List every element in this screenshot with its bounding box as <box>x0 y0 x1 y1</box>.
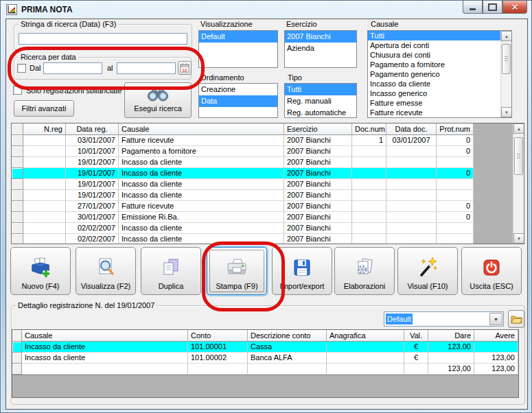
date-to-input[interactable] <box>117 62 176 74</box>
column-header[interactable]: Causale <box>119 123 284 135</box>
detail-view-select[interactable]: Default ▼ <box>384 311 504 327</box>
table-row[interactable]: 30/01/2007Emissione Ri.Ba.2007 Bianchi0 <box>12 212 474 223</box>
column-header[interactable]: Avere <box>474 330 518 342</box>
table-cell: 10/01/2007 <box>66 146 119 157</box>
list-item[interactable]: Azienda <box>285 43 356 54</box>
chevron-down-icon[interactable]: ▼ <box>489 313 502 325</box>
row-selector[interactable] <box>12 179 23 190</box>
list-item[interactable]: Fatture ricevute <box>368 108 500 117</box>
list-item[interactable]: Data <box>199 95 277 107</box>
minimize-button[interactable] <box>463 1 483 14</box>
elaborazioni-button[interactable]: Elaborazioni <box>334 247 395 295</box>
table-cell: Fatture ricevute <box>119 201 284 212</box>
list-item[interactable]: Chiusura dei conti <box>368 50 500 60</box>
tipo-listbox[interactable]: TuttiReg. manualiReg. automatiche <box>284 83 357 118</box>
uscita-esc-button[interactable]: Uscita (ESC) <box>461 247 522 295</box>
maximize-button[interactable] <box>483 1 502 14</box>
column-header[interactable]: Conto <box>188 330 248 342</box>
scroll-down-icon[interactable]: ▼ <box>501 107 512 117</box>
list-item[interactable]: Incasso da cliente <box>368 79 500 88</box>
row-selector[interactable] <box>12 157 23 168</box>
date-filter-checkbox[interactable] <box>17 64 26 73</box>
column-header[interactable]: Dare <box>428 330 474 342</box>
list-item[interactable]: Apertura dei conti <box>368 40 500 50</box>
nuovo-f4-button[interactable]: Nuovo (F4) <box>10 247 71 295</box>
ordinamento-listbox[interactable]: CreazioneData <box>198 83 278 118</box>
date-from-input[interactable] <box>43 62 102 74</box>
list-item[interactable]: Tutti <box>285 84 356 95</box>
search-string-input[interactable] <box>19 33 187 45</box>
records-grid-scrollbar[interactable]: ▲ ▼ <box>513 123 524 244</box>
table-row[interactable]: 19/01/2007Incasso da cliente2007 Bianchi <box>12 157 474 168</box>
table-cell: 2007 Bianchi <box>284 201 352 212</box>
table-row[interactable]: 03/01/2007Fatture ricevute2007 Bianchi10… <box>12 135 474 146</box>
advanced-filters-button[interactable]: Filtri avanzati <box>14 100 74 117</box>
column-header[interactable]: Descrizione conto <box>248 330 327 342</box>
scrollbar-thumb[interactable] <box>514 137 523 175</box>
table-row[interactable]: 02/02/2007Incasso da cliente2007 Bianchi <box>12 223 474 234</box>
list-item[interactable]: Creazione <box>199 84 277 95</box>
open-layout-button[interactable] <box>508 310 524 328</box>
row-selector[interactable] <box>12 364 22 375</box>
search-string-label: Stringa di ricerca (Data) (F3) <box>19 20 118 29</box>
table-cell: 19/01/2007 <box>66 168 119 179</box>
column-header[interactable]: Doc.num <box>352 123 386 135</box>
visualizzazione-listbox[interactable]: Default <box>198 30 278 68</box>
column-header[interactable]: Anagrafica <box>327 330 404 342</box>
duplica-button[interactable]: Duplica <box>141 247 201 295</box>
list-item[interactable]: Default <box>199 31 277 43</box>
column-header[interactable]: Data doc. <box>386 123 437 135</box>
row-selector[interactable] <box>12 353 22 364</box>
stampa-f9-button[interactable]: Stampa (F9) <box>207 247 267 295</box>
column-header[interactable]: Val. <box>404 330 428 342</box>
table-row[interactable]: 10/01/2007Pagamento a fornitore2007 Bian… <box>12 146 474 157</box>
list-item[interactable]: Pagamento generico <box>368 69 500 79</box>
row-selector[interactable] <box>12 201 23 212</box>
table-row[interactable]: 123,00123,00 <box>12 364 518 375</box>
row-selector[interactable] <box>12 135 23 146</box>
list-item[interactable]: Reg. automatiche <box>285 107 356 118</box>
row-selector[interactable] <box>12 212 23 223</box>
row-selector[interactable] <box>12 168 23 179</box>
table-row[interactable]: Incasso da cliente101.00002Banca ALFA€12… <box>12 353 518 364</box>
calendar-button[interactable]: 12 <box>178 61 192 75</box>
causale-scrollbar[interactable]: ▲ ▼ <box>500 31 511 117</box>
unbalanced-checkbox[interactable] <box>13 86 22 95</box>
row-selector[interactable] <box>12 234 23 244</box>
row-selector[interactable] <box>12 146 23 157</box>
table-row[interactable]: 27/01/2007Fatture ricevute2007 Bianchi0 <box>12 201 474 212</box>
import-export-button[interactable]: Import/export <box>272 247 332 295</box>
table-cell <box>352 212 386 223</box>
scroll-up-icon[interactable]: ▲ <box>501 31 512 41</box>
column-header[interactable]: Data reg. <box>66 123 119 135</box>
table-cell: Incasso da cliente <box>119 157 284 168</box>
list-item[interactable]: Incasso generico <box>368 88 500 98</box>
column-header[interactable]: Esercizio <box>284 123 352 135</box>
run-search-button[interactable]: Esegui ricerca <box>124 82 192 118</box>
list-item[interactable]: Fatture emesse <box>368 98 500 108</box>
esercizio-listbox[interactable]: 2007 BianchiAzienda <box>284 30 357 68</box>
list-item[interactable]: Pagamento a fornitore <box>368 60 500 69</box>
visualizza-f2-button[interactable]: Visualizza (F2) <box>76 247 136 295</box>
row-selector[interactable] <box>12 223 23 234</box>
table-cell <box>386 223 437 234</box>
row-selector[interactable] <box>12 342 22 353</box>
table-row[interactable]: 02/02/2007Incasso da cliente2007 Bianchi <box>12 234 474 244</box>
list-item[interactable]: Reg. manuali <box>285 95 356 107</box>
scroll-down-icon[interactable]: ▼ <box>513 233 524 244</box>
causale-listbox[interactable]: ▲ ▼ TuttiApertura dei contiChiusura dei … <box>367 30 512 118</box>
column-header[interactable]: Causale <box>22 330 188 342</box>
column-header[interactable]: Prot.num <box>437 123 474 135</box>
table-row[interactable]: 19/01/2007Incasso da cliente2007 Bianchi <box>12 190 474 201</box>
row-selector[interactable] <box>12 190 23 201</box>
table-row[interactable]: 19/01/2007Incasso da cliente2007 Bianchi <box>12 179 474 190</box>
visual-f10-button[interactable]: Visual (F10) <box>397 247 458 295</box>
list-item[interactable]: 2007 Bianchi <box>285 31 356 43</box>
table-row[interactable]: 19/01/2007Incasso da cliente2007 Bianchi… <box>12 168 474 179</box>
column-header[interactable]: N.reg <box>23 123 66 135</box>
table-row[interactable]: Incasso da cliente101.00001Cassa€123,00 <box>12 342 518 353</box>
scrollbar-thumb[interactable] <box>502 44 511 74</box>
list-item[interactable]: Tutti <box>368 31 500 40</box>
close-button[interactable]: ✕ <box>502 1 527 14</box>
scroll-up-icon[interactable]: ▲ <box>513 123 524 134</box>
